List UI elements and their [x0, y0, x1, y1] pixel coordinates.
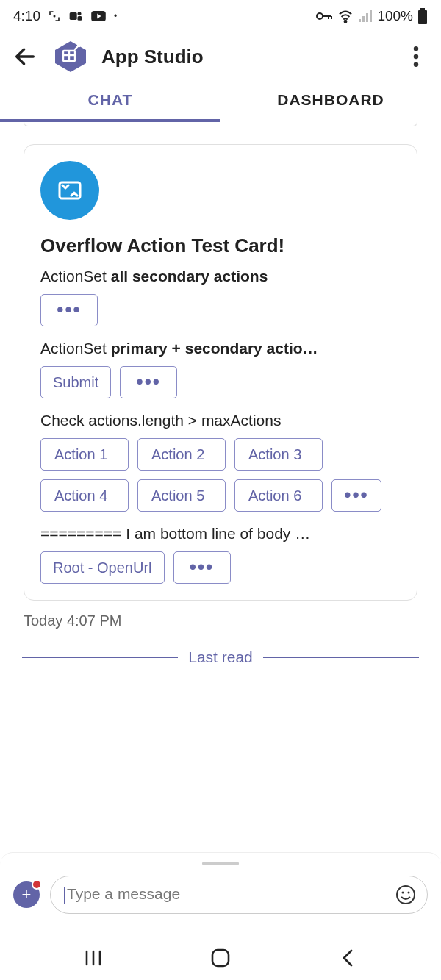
- status-signal-icon: [358, 10, 373, 23]
- svg-rect-25: [212, 950, 229, 966]
- svg-point-19: [397, 886, 415, 904]
- svg-rect-1: [70, 12, 77, 20]
- composer-panel: + Type a message: [0, 852, 441, 936]
- app-title: App Studio: [101, 46, 388, 68]
- status-fullscreen-icon: [48, 10, 61, 23]
- svg-marker-13: [55, 41, 86, 72]
- back-button[interactable]: [10, 42, 40, 71]
- action-4-button[interactable]: Action 4: [40, 479, 129, 512]
- svg-rect-8: [362, 16, 365, 22]
- status-youtube-icon: [90, 10, 107, 22]
- divider-line-right: [263, 657, 419, 658]
- status-battery-text: 100%: [377, 8, 413, 24]
- message-timestamp: Today 4:07 PM: [24, 612, 441, 629]
- plus-icon: +: [22, 885, 32, 904]
- svg-rect-11: [420, 8, 425, 10]
- android-nav-bar: [0, 936, 441, 980]
- svg-point-17: [414, 62, 418, 67]
- submit-button[interactable]: Submit: [40, 366, 111, 398]
- message-placeholder: Type a message: [64, 885, 395, 904]
- svg-point-6: [345, 21, 347, 23]
- card-line-2: ActionSet primary + secondary actio…: [40, 340, 401, 357]
- card-bottom-line: ========= I am bottom line of body …: [40, 525, 401, 543]
- nav-home-button[interactable]: [198, 943, 243, 973]
- notification-badge: [32, 879, 42, 890]
- overflow-button-2[interactable]: •••: [120, 366, 177, 398]
- card-line-1: ActionSet all secondary actions: [40, 268, 401, 285]
- emoji-button[interactable]: [395, 884, 417, 906]
- card-avatar-icon: [40, 161, 99, 220]
- svg-point-0: [53, 15, 55, 18]
- status-vpn-icon: [315, 11, 333, 21]
- svg-point-15: [414, 46, 418, 51]
- adaptive-card: Overflow Action Test Card! ActionSet all…: [24, 144, 417, 601]
- overflow-button-4[interactable]: •••: [173, 551, 231, 584]
- overflow-menu-button[interactable]: [401, 42, 431, 71]
- last-read-label: Last read: [188, 648, 253, 666]
- svg-point-2: [77, 12, 81, 15]
- tab-dashboard[interactable]: DASHBOARD: [220, 81, 441, 122]
- status-bar: 4:10 • 100%: [0, 0, 441, 32]
- tab-bar: CHAT DASHBOARD: [0, 81, 441, 122]
- root-openurl-button[interactable]: Root - OpenUrl: [40, 551, 165, 584]
- action-6-button[interactable]: Action 6: [234, 479, 323, 512]
- nav-recent-button[interactable]: [71, 943, 115, 973]
- tab-chat[interactable]: CHAT: [0, 81, 220, 122]
- status-time: 4:10: [13, 8, 40, 24]
- svg-rect-9: [366, 13, 368, 22]
- action-2-button[interactable]: Action 2: [137, 438, 226, 471]
- svg-rect-10: [370, 10, 372, 22]
- message-input[interactable]: Type a message: [50, 876, 428, 914]
- overflow-button-3[interactable]: •••: [331, 479, 381, 512]
- svg-rect-3: [77, 16, 82, 21]
- svg-point-5: [317, 13, 323, 19]
- last-read-divider: Last read: [22, 648, 419, 666]
- status-battery-icon: [417, 8, 428, 24]
- drag-handle[interactable]: [202, 862, 239, 865]
- status-wifi-icon: [337, 10, 354, 23]
- svg-point-20: [402, 892, 404, 894]
- overflow-button-1[interactable]: •••: [40, 294, 98, 326]
- app-studio-icon: [53, 39, 88, 74]
- add-button[interactable]: +: [13, 881, 40, 908]
- action-5-button[interactable]: Action 5: [137, 479, 226, 512]
- action-1-button[interactable]: Action 1: [40, 438, 129, 471]
- divider-line-left: [22, 657, 178, 658]
- svg-point-16: [414, 54, 418, 59]
- previous-card-edge: [24, 122, 417, 126]
- svg-rect-7: [359, 19, 361, 22]
- card-title: Overflow Action Test Card!: [40, 235, 401, 257]
- status-dot-icon: •: [114, 11, 117, 21]
- tab-chat-label: CHAT: [88, 91, 133, 109]
- card-line-3: Check actions.length > maxActions: [40, 412, 401, 429]
- action-3-button[interactable]: Action 3: [234, 438, 323, 471]
- nav-back-button[interactable]: [326, 943, 370, 973]
- tab-dashboard-label: DASHBOARD: [277, 91, 384, 109]
- svg-point-21: [408, 892, 410, 894]
- status-teams-icon: [68, 10, 83, 23]
- chat-body: Overflow Action Test Card! ActionSet all…: [0, 122, 441, 936]
- app-bar: App Studio: [0, 32, 441, 81]
- svg-rect-12: [418, 10, 427, 24]
